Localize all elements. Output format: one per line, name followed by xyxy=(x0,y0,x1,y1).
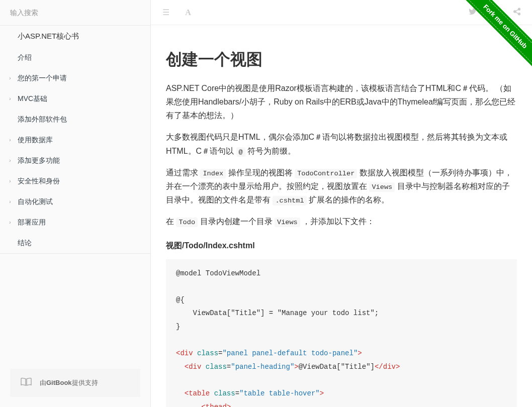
sidebar-item-mvc[interactable]: ›MVC基础 xyxy=(0,88,150,109)
sidebar-item-first-app[interactable]: ›您的第一个申请 xyxy=(0,68,150,88)
sidebar-book-title[interactable]: 小ASP.NET核心书 xyxy=(0,26,150,47)
inline-code: @ xyxy=(236,147,245,157)
chevron-right-icon: › xyxy=(8,136,13,144)
paragraph: ASP.NET Core中的视图是使用Razor模板语言构建的，该模板语言结合了… xyxy=(166,81,517,123)
sidebar-item-conclusion[interactable]: 结论 xyxy=(0,233,150,253)
chevron-right-icon: › xyxy=(8,219,13,226)
sidebar-item-more[interactable]: ›添加更多功能 xyxy=(0,150,150,171)
gitbook-link[interactable]: 由GitBook提供支持 xyxy=(10,369,140,397)
menu-toggle-button[interactable]: ☰ xyxy=(157,4,175,22)
inline-code: Index xyxy=(200,169,226,178)
nav-list: 小ASP.NET核心书 介绍 ›您的第一个申请 ›MVC基础 添加外部软件包 ›… xyxy=(0,26,150,359)
gitbook-text: 由GitBook提供支持 xyxy=(40,378,98,387)
github-ribbon[interactable]: Fork me on GitHub xyxy=(457,0,532,75)
github-ribbon-label: Fork me on GitHub xyxy=(463,0,532,69)
code-block: @model TodoViewModel @{ ViewData["Title"… xyxy=(166,259,517,407)
sidebar-item-testing[interactable]: ›自动化测试 xyxy=(0,191,150,212)
article-content[interactable]: 创建一个视图 ASP.NET Core中的视图是使用Razor模板语言构建的，该… xyxy=(151,25,532,407)
font-icon: A xyxy=(185,8,191,17)
chevron-right-icon: › xyxy=(8,95,13,103)
inline-code: Views xyxy=(369,182,395,192)
sidebar-item-packages[interactable]: 添加外部软件包 xyxy=(0,109,150,130)
chevron-right-icon: › xyxy=(8,157,13,164)
sidebar-item-security[interactable]: ›安全性和身份 xyxy=(0,171,150,191)
inline-code: TodoController xyxy=(295,169,357,178)
chevron-right-icon: › xyxy=(8,177,13,185)
hamburger-icon: ☰ xyxy=(162,8,169,17)
book-icon xyxy=(20,376,32,389)
sidebar-item-intro[interactable]: 介绍 xyxy=(0,47,150,68)
chevron-right-icon: › xyxy=(8,74,13,82)
sidebar: 小ASP.NET核心书 介绍 ›您的第一个申请 ›MVC基础 添加外部软件包 ›… xyxy=(0,0,151,407)
inline-code: Todo xyxy=(176,218,198,227)
paragraph: 大多数视图代码只是HTML，偶尔会添加C＃语句以将数据拉出视图模型，然后将其转换… xyxy=(166,130,517,157)
search-box xyxy=(0,0,150,26)
search-input[interactable] xyxy=(10,5,140,20)
sidebar-item-deploy[interactable]: ›部署应用 xyxy=(0,212,150,233)
main: ☰ A 创建一个视图 ASP.NET Core中的视图是使用Razor模板语言构… xyxy=(151,0,532,407)
sidebar-item-database[interactable]: ›使用数据库 xyxy=(0,130,150,150)
chevron-right-icon: › xyxy=(8,198,13,206)
paragraph: 通过需求 Index 操作呈现的视图将 TodoController 数据放入视… xyxy=(166,166,517,207)
inline-code: Views xyxy=(275,218,300,227)
font-settings-button[interactable]: A xyxy=(179,4,197,22)
paragraph: 在 Todo 目录内创建一个目录 Views ，并添加以下文件： xyxy=(166,215,517,228)
inline-code: .cshtml xyxy=(273,196,306,206)
file-path-header: 视图/Todo/Index.cshtml xyxy=(166,239,517,252)
